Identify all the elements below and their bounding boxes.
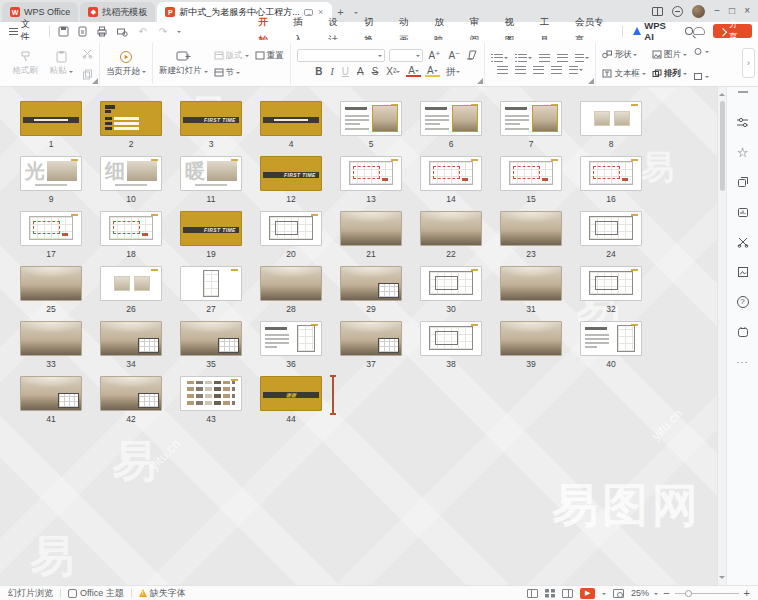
superscript-button[interactable]: X² [384,66,402,77]
shapes-button[interactable]: 形状 [602,47,646,62]
bold-button[interactable]: B [313,66,324,77]
decrease-font-icon[interactable]: A⁻ [446,50,462,61]
wps-ai-button[interactable]: WPS AI [627,20,681,42]
export-pdf-icon[interactable] [77,26,88,37]
slide-thumbnail[interactable] [180,376,242,411]
fit-slide-icon[interactable] [613,589,624,598]
image-frame-icon[interactable] [727,257,758,287]
normal-view-button[interactable] [527,589,538,598]
align-center-icon[interactable] [515,66,526,74]
font-name-combobox[interactable] [297,49,385,62]
slide-thumbnail[interactable]: 光 [20,156,82,191]
slide-thumbnail[interactable]: FIRST TIME [260,156,322,191]
slide-thumbnail[interactable] [260,321,322,356]
account-globe-icon[interactable] [672,6,683,17]
slide-thumbnail[interactable] [20,266,82,301]
share-button[interactable]: 分享 [713,24,752,38]
slide-thumbnail[interactable] [340,321,402,356]
slide-thumbnail[interactable] [500,211,562,246]
font-size-combobox[interactable] [389,49,423,62]
split-view-icon[interactable] [652,7,663,16]
clipboard-dialog-launcher-icon[interactable] [92,78,98,84]
slide-thumbnail[interactable] [420,321,482,356]
shadow-button[interactable]: S [370,66,381,77]
slide-thumbnail[interactable] [500,156,562,191]
align-right-icon[interactable] [533,66,544,74]
more-tools-icon[interactable]: ··· [727,347,758,377]
vertical-scrollbar[interactable] [717,87,726,585]
phonetic-guide-button[interactable]: 拼 [444,65,462,79]
slide-thumbnail[interactable] [340,101,402,136]
cloud-sync-icon[interactable] [693,27,705,35]
strikethrough-button[interactable]: A [355,66,366,77]
favorites-star-icon[interactable]: ☆ [727,137,758,167]
slide-thumbnail[interactable] [580,321,642,356]
align-left-icon[interactable] [497,66,508,74]
slide-thumbnail[interactable] [580,101,642,136]
zoom-out-button[interactable]: − [663,588,669,599]
slide-thumbnail[interactable]: FIRST TIME [180,211,242,246]
underline-button[interactable]: U [340,66,351,77]
slide-sorter-canvas[interactable]: 易 易 易 易 易 yitu.cn yitu.cn 易图网 12FIRST TI… [0,87,717,585]
slide-thumbnail[interactable] [420,211,482,246]
slideshow-play-button[interactable]: ▶ [580,588,595,599]
slide-thumbnail[interactable] [340,156,402,191]
arrange-button[interactable]: 排列 [652,66,687,81]
save-icon[interactable] [58,26,69,37]
slide-thumbnail[interactable]: 暖 [180,156,242,191]
slide-thumbnail[interactable] [580,266,642,301]
bullet-list-icon[interactable] [491,54,508,62]
justify-icon[interactable] [551,66,562,74]
zoom-chevron-icon[interactable] [654,593,658,597]
clear-format-icon[interactable] [466,50,478,60]
missing-font-label[interactable]: 缺失字体 [150,587,186,600]
qat-more-chevron-icon[interactable] [177,31,181,35]
slide-thumbnail[interactable] [20,321,82,356]
cut-icon[interactable] [82,48,93,59]
redo-icon[interactable]: ↷ [157,26,169,37]
slide-thumbnail[interactable] [420,156,482,191]
scroll-down-icon[interactable] [719,576,725,582]
tune-settings-icon[interactable] [727,107,758,137]
slide-thumbnail[interactable] [180,266,242,301]
slide-thumbnail[interactable] [420,266,482,301]
picture-tools-icon[interactable] [693,47,709,56]
zoom-level[interactable]: 25% [631,588,649,598]
slide-thumbnail[interactable] [100,101,162,136]
slide-thumbnail[interactable]: FIRST TIME [180,101,242,136]
font-dialog-launcher-icon[interactable] [477,78,483,84]
format-painter-button[interactable]: 格式刷 [10,50,40,77]
slide-thumbnail[interactable] [100,211,162,246]
close-button[interactable]: × [744,0,750,22]
slide-thumbnail[interactable] [500,101,562,136]
slide-thumbnail[interactable] [260,266,322,301]
increase-indent-icon[interactable] [557,54,568,62]
zoom-slider[interactable] [675,593,739,594]
slide-thumbnail[interactable] [340,211,402,246]
minimize-button[interactable]: − [714,0,720,22]
sidebar-collapse-handle[interactable] [738,91,748,93]
play-from-current-button[interactable]: 当页开始 [106,50,146,78]
undo-icon[interactable]: ↶ [136,26,148,37]
slide-thumbnail[interactable]: 细 [100,156,162,191]
paragraph-dialog-launcher-icon[interactable] [588,78,594,84]
slide-thumbnail[interactable] [500,266,562,301]
slide-thumbnail[interactable] [100,321,162,356]
line-spacing-icon[interactable] [569,66,583,74]
scroll-up-icon[interactable] [719,90,725,96]
slide-thumbnail[interactable] [580,211,642,246]
print-icon[interactable] [96,26,108,37]
reset-button[interactable]: 重置 [255,48,284,63]
slide-thumbnail[interactable] [20,211,82,246]
play-options-chevron-icon[interactable] [602,593,606,597]
slide-thumbnail[interactable]: 谢谢 [260,376,322,411]
print-preview-icon[interactable] [116,26,128,37]
ribbon-expand-button[interactable]: › [742,48,755,78]
paste-button[interactable]: 粘贴 [46,50,76,77]
section-button[interactable]: 节 [214,65,249,80]
font-color-button[interactable]: A [406,66,421,77]
slide-thumbnail[interactable] [20,101,82,136]
chart-tools-icon[interactable] [727,197,758,227]
slide-thumbnail[interactable] [340,266,402,301]
slide-thumbnail[interactable] [420,101,482,136]
